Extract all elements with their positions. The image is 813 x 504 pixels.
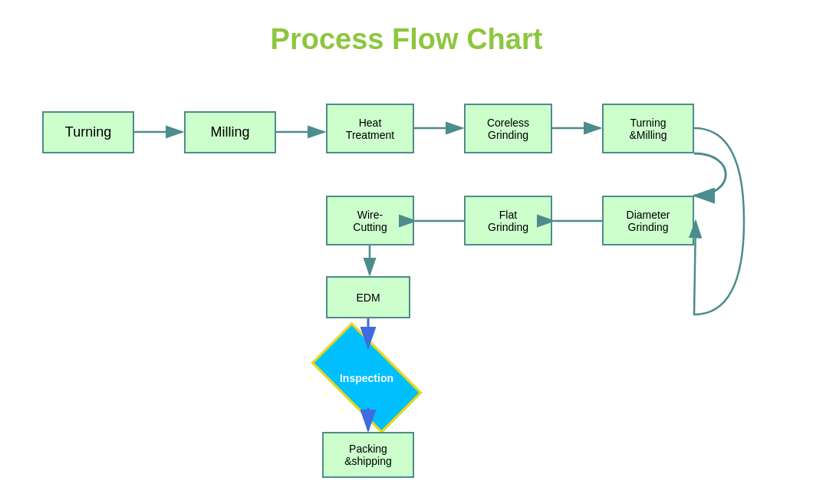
node-milling: Milling: [184, 111, 276, 153]
node-flat-grinding: Flat Grinding: [464, 196, 552, 245]
node-packing: Packing &shipping: [322, 432, 414, 478]
node-coreless-grinding: Coreless Grinding: [464, 104, 552, 153]
node-turning: Turning: [42, 111, 134, 153]
page-title: Process Flow Chart: [0, 0, 813, 56]
node-diameter-grinding: Diameter Grinding: [602, 196, 694, 245]
node-heat-treatment: Heat Treatment: [326, 104, 414, 153]
node-wire-cutting: Wire- Cutting: [326, 196, 414, 245]
node-inspection: Inspection: [317, 349, 416, 407]
flowchart: Turning Milling Heat Treatment Coreless …: [0, 77, 813, 499]
node-edm: EDM: [326, 276, 410, 318]
node-turning-milling: Turning &Milling: [602, 104, 694, 153]
page: Process Flow Chart Turning Milling Heat …: [0, 0, 813, 504]
